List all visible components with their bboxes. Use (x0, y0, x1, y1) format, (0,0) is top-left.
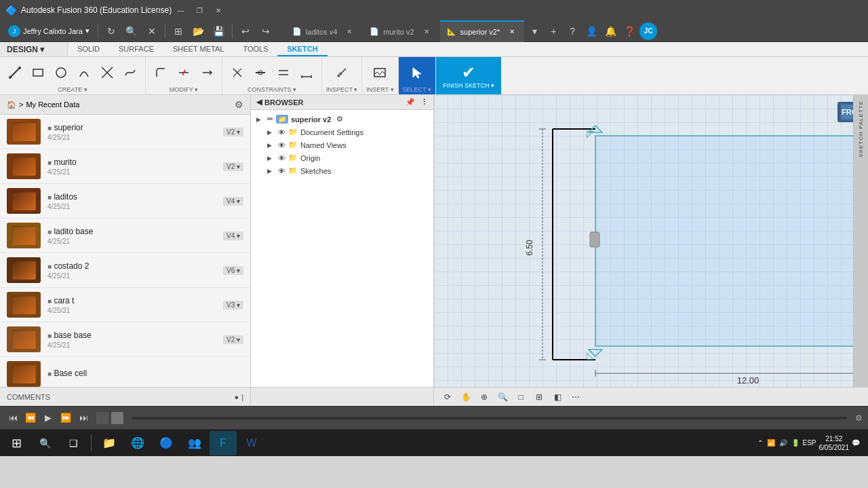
spline-tool[interactable] (119, 59, 141, 86)
home-icon[interactable]: 🏠 (7, 100, 16, 109)
user-menu[interactable]: J Jeffry Calixto Jara ▾ (4, 24, 94, 39)
trim2-tool[interactable] (173, 59, 195, 86)
tree-sketches[interactable]: ▶ 👁 📁 Sketches (251, 164, 433, 177)
tab-sketch-label: SKETCH (287, 45, 317, 53)
search-taskbar-button[interactable]: 🔍 (31, 431, 58, 455)
browser-pin-icon[interactable]: 📌 (406, 98, 415, 107)
line-tool[interactable] (4, 59, 26, 86)
display-button[interactable]: □ (513, 390, 529, 405)
select-tool[interactable] (406, 59, 428, 86)
teams-button[interactable]: 👥 (181, 431, 208, 455)
taskview-button[interactable]: ❑ (60, 431, 87, 455)
finish-sketch-button[interactable]: ✔ FINISH SKETCH ▾ (436, 57, 501, 94)
modify-group: MODIFY ▾ (146, 57, 222, 94)
timeline-marker1[interactable] (96, 412, 108, 424)
tab-close-laditos[interactable]: ✕ (344, 26, 355, 37)
arc-tool[interactable] (73, 59, 95, 86)
fillet-tool[interactable] (150, 59, 172, 86)
file-thumbnail (7, 188, 41, 214)
open-button[interactable]: 📂 (190, 22, 208, 40)
file-item-laditobase[interactable]: ■ ladito base 4/25/21 V4 ▾ (0, 219, 250, 253)
chrome-button[interactable]: 🔵 (153, 431, 180, 455)
file-item-basebase[interactable]: ■ base base 4/25/21 V2 ▾ (0, 322, 250, 357)
tab-new-button[interactable]: + (545, 22, 562, 40)
tree-doc-settings[interactable]: ▶ 👁 📁 Document Settings (251, 126, 433, 138)
grid-button[interactable]: ⊞ (531, 390, 547, 405)
orbit-button[interactable]: ⟳ (439, 390, 456, 405)
tree-named-views[interactable]: ▶ 👁 📁 Named Views (251, 138, 433, 151)
insert-label: INSERT ▾ (366, 86, 393, 93)
browser-collapse-icon[interactable]: ◀ (256, 98, 262, 107)
file-item-laditos[interactable]: ■ laditos 4/25/21 V4 ▾ (0, 184, 250, 219)
tree-origin[interactable]: ▶ 👁 📁 Origin (251, 151, 433, 164)
file-item-superior[interactable]: ■ superior 4/25/21 V2 ▾ (0, 115, 250, 149)
pan-button[interactable]: ✋ (458, 390, 474, 405)
timeline-settings-icon[interactable]: ⚙ (855, 413, 863, 423)
view-cube-button[interactable]: ◧ (549, 390, 566, 405)
more-view-button[interactable]: ⋯ (568, 390, 584, 405)
dimension-tool[interactable] (296, 59, 317, 86)
file-item-carat[interactable]: ■ cara t 4/25/21 V3 ▾ (0, 288, 250, 322)
tab-close-murito[interactable]: ✕ (421, 26, 432, 37)
insert-image-tool[interactable] (369, 59, 391, 86)
tray-arrow[interactable]: ⌃ (757, 439, 763, 447)
coincident-tool[interactable] (226, 59, 248, 86)
refresh-button[interactable]: ↻ (102, 22, 120, 40)
browser-tree: ▶ ✏ 📁 superior v2 ⚙ ▶ 👁 📁 Document Setti… (251, 110, 433, 387)
file-item-costado2[interactable]: ■ costado 2 4/25/21 V6 ▾ (0, 253, 250, 288)
minimize-button[interactable]: — (172, 3, 189, 17)
measure-tool[interactable] (331, 59, 353, 86)
circle-tool[interactable] (50, 59, 72, 86)
tab-close-superior[interactable]: ✕ (507, 26, 517, 37)
tab-overflow-button[interactable]: ▾ (526, 22, 543, 40)
browser-more-icon[interactable]: ⋮ (420, 98, 428, 107)
skip-end-button[interactable]: ⏭ (76, 411, 91, 426)
redo-button[interactable]: ↪ (257, 22, 275, 40)
save-button[interactable]: 💾 (210, 22, 228, 40)
parallel-tool[interactable] (273, 59, 294, 86)
root-gear-icon[interactable]: ⚙ (336, 115, 343, 124)
tab-sketch[interactable]: SKETCH (277, 42, 327, 56)
step-forward-button[interactable]: ⏩ (58, 411, 73, 426)
speaker-icon: 🔊 (779, 439, 787, 447)
word-button[interactable]: W (238, 431, 265, 455)
skip-start-button[interactable]: ⏮ (5, 411, 20, 426)
tab-sheet-metal[interactable]: SHEET METAL (163, 42, 233, 56)
fusion-button[interactable]: F (210, 431, 237, 455)
notification-icon[interactable]: 💬 (852, 439, 860, 447)
tab-solid[interactable]: SOLID (68, 42, 109, 56)
file-item-Basecell[interactable]: ■ Base cell (0, 357, 250, 387)
timeline-marker2[interactable] (111, 412, 123, 424)
grid-view-button[interactable]: ⊞ (170, 22, 187, 40)
user-initials[interactable]: JC (639, 22, 657, 40)
edge-button[interactable]: 🌐 (124, 431, 151, 455)
zoom-fit-button[interactable]: ⊕ (476, 390, 492, 405)
rectangle-tool[interactable] (27, 59, 49, 86)
help2-button[interactable]: ❓ (620, 22, 638, 40)
cancel-button[interactable]: ✕ (143, 22, 161, 40)
extend-tool[interactable] (196, 59, 218, 86)
help-button[interactable]: ? (564, 22, 581, 40)
tab-murito[interactable]: 📄 murito v2 ✕ (363, 20, 438, 42)
tab-laditos[interactable]: 📄 laditos v4 ✕ (285, 20, 361, 42)
explorer-button[interactable]: 📁 (96, 431, 123, 455)
step-back-button[interactable]: ⏪ (23, 411, 38, 426)
maximize-button[interactable]: ❐ (191, 3, 208, 17)
start-button[interactable]: ⊞ (3, 431, 30, 455)
play-button[interactable]: ▶ (41, 411, 56, 426)
horizontal-tool[interactable] (250, 59, 271, 86)
notifications-button[interactable]: 🔔 (601, 22, 619, 40)
tab-surface[interactable]: SURFACE (109, 42, 163, 56)
settings-icon[interactable]: ⚙ (235, 99, 243, 110)
browser-root[interactable]: ▶ ✏ 📁 superior v2 ⚙ (251, 113, 433, 126)
file-item-murito[interactable]: ■ murito 4/25/21 V2 ▾ (0, 149, 250, 184)
design-dropdown[interactable]: DESIGN ▾ (0, 42, 68, 56)
trim-tool[interactable] (96, 59, 118, 86)
tab-tools[interactable]: TOOLS (233, 42, 277, 56)
zoom-window-button[interactable]: 🔍 (494, 390, 511, 405)
undo-button[interactable]: ↩ (237, 22, 254, 40)
close-button[interactable]: ✕ (210, 3, 227, 17)
search-button[interactable]: 🔍 (123, 22, 140, 40)
tab-superior[interactable]: 📐 superior v2* ✕ (440, 20, 525, 42)
user-circle-button[interactable]: 👤 (583, 22, 600, 40)
